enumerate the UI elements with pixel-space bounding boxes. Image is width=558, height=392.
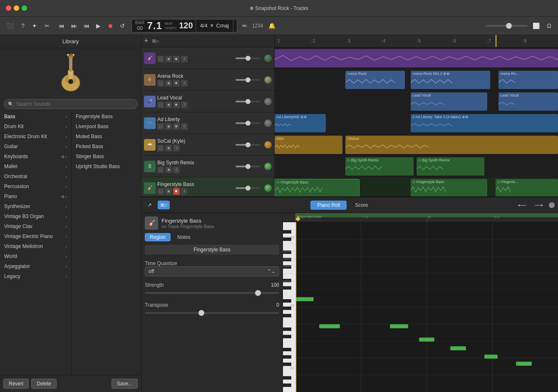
score-view-button[interactable]: ⬜	[530, 21, 542, 31]
region-fingerstyle-2[interactable]: ◇ Fingerstyle Bass	[411, 179, 487, 196]
volume-slider-bigsynth[interactable]	[236, 166, 260, 167]
settings-button[interactable]: ✦	[30, 21, 40, 31]
track-mute-btn[interactable]: 🎧	[157, 102, 164, 108]
piano-roll-zoom-in[interactable]: ⟶	[532, 200, 546, 210]
category-world[interactable]: World ›	[0, 251, 71, 261]
cycle-button[interactable]: ↺	[117, 21, 127, 31]
category-legacy[interactable]: Legacy ›	[0, 271, 71, 281]
track-solo-btn[interactable]: ◉	[165, 80, 172, 87]
track-solo-btn[interactable]: ◉	[165, 123, 172, 130]
region-bigsynth-1[interactable]: ◇ Big Synth Remix	[345, 157, 413, 176]
delete-button[interactable]: Delete	[31, 379, 57, 389]
record-button[interactable]: ⏺	[105, 21, 116, 31]
maximize-button[interactable]	[22, 5, 27, 11]
track-solo-btn[interactable]: ◉	[165, 166, 172, 173]
volume-slider-socal[interactable]	[236, 144, 260, 146]
draw-tool-button[interactable]: ✏	[240, 21, 250, 31]
note-block[interactable]	[419, 337, 435, 342]
add-track-button[interactable]: +	[144, 37, 149, 45]
track-solo-btn[interactable]: ◉	[165, 188, 172, 195]
volume-slider-vocal[interactable]	[236, 101, 260, 102]
time-signature[interactable]: 4/4 ▼ Cmaj	[196, 19, 233, 32]
sound-picked-bass[interactable]: Picked Bass	[72, 141, 141, 151]
pan-knob-1[interactable]	[264, 55, 272, 62]
sound-upright-studio-bass[interactable]: Upright Studio Bass	[72, 161, 141, 171]
region-lead-vocal-2[interactable]: Lead Vocal	[498, 92, 558, 111]
track-arm-btn[interactable]: ⏺	[173, 80, 180, 87]
category-vintage-electric-piano[interactable]: Vintage Electric Piano ›	[0, 231, 71, 241]
track-solo-btn[interactable]: ◉	[165, 145, 172, 151]
strength-slider[interactable]	[145, 290, 279, 296]
track-lock-btn[interactable]: ⇩	[181, 188, 188, 195]
region-lead-vocal-1[interactable]: Lead Vocal	[411, 92, 487, 111]
volume-slider-arena[interactable]	[236, 79, 260, 81]
time-quantize-select[interactable]: off ⌃⌄	[145, 266, 279, 276]
piano-roll-zoom-out[interactable]: ⟵	[516, 200, 529, 210]
piano-roll-tool-button[interactable]: ↗	[145, 200, 154, 210]
pan-knob-fingerstyle[interactable]	[264, 184, 272, 192]
note-block[interactable]	[450, 346, 466, 350]
pan-knob-socal[interactable]	[264, 141, 272, 149]
minimize-button[interactable]	[14, 5, 19, 11]
category-percussion[interactable]: Percussion ›	[0, 181, 71, 191]
region-arena-rock-2[interactable]: Arena Rock #01.2 ⊕⊕	[411, 71, 490, 89]
category-vintage-mellotron[interactable]: Vintage Mellotron ›	[0, 241, 71, 251]
note-block[interactable]	[516, 362, 532, 366]
region-fingerstyle-1[interactable]: ◇ Fingerstyle Bass	[275, 179, 360, 196]
tab-piano-roll[interactable]: Piano Roll	[310, 201, 347, 210]
skip-back-button[interactable]: ⏮	[81, 21, 92, 31]
region-ad-liberty-1[interactable]: Ad Liberty#05 ⊕⊕	[275, 114, 326, 132]
region-chorus[interactable]: Chorus	[345, 136, 558, 154]
pan-knob-bigsynth[interactable]	[264, 163, 272, 170]
category-piano[interactable]: Piano ⊕ ›	[0, 191, 71, 201]
sound-fingerstyle-bass[interactable]: Fingerstyle Bass	[72, 112, 141, 122]
note-block[interactable]	[484, 355, 498, 359]
track-mute-btn[interactable]: 🎧	[157, 123, 164, 130]
track-lock-btn[interactable]: ⇩	[181, 102, 188, 108]
region-intro[interactable]: Intro	[275, 136, 342, 154]
piano-roll-mode-button[interactable]: ≣▷	[158, 201, 170, 209]
category-drum-kit[interactable]: Drum Kit ›	[0, 122, 71, 131]
track-mute-btn[interactable]: 🎧	[157, 145, 164, 151]
scissor-button[interactable]: ✂	[42, 21, 52, 31]
region-bigsynth-2[interactable]: ◇ Big Synth Remix	[417, 157, 484, 176]
track-lock-btn[interactable]: ⇩	[173, 145, 180, 151]
track-solo-btn[interactable]: ◉	[165, 102, 172, 108]
region-ad-liberty-2[interactable]: 3 Ad Liberty: Take 3 (3 takes) ⊕⊕	[411, 114, 558, 132]
category-vintage-b3-organ[interactable]: Vintage B3 Organ ›	[0, 211, 71, 221]
volume-slider-fingerstyle[interactable]	[236, 187, 260, 189]
track-lock-btn[interactable]: ⇩	[181, 80, 188, 87]
save-button[interactable]: Save...	[112, 379, 138, 389]
omega-button[interactable]: Ω	[545, 21, 554, 31]
track-lock-btn[interactable]: ⇩	[181, 56, 188, 62]
revert-button[interactable]: Revert	[3, 379, 29, 389]
category-keyboards[interactable]: Keyboards ⊕ ›	[0, 151, 71, 161]
category-bass[interactable]: Bass ›	[0, 112, 71, 122]
track-arm-btn[interactable]: ⏺	[173, 102, 180, 108]
piano-roll-scroll[interactable]	[549, 202, 555, 208]
volume-slider-1[interactable]	[236, 57, 260, 59]
notification-button[interactable]: 🔔	[266, 21, 278, 31]
category-electronic-drum-kit[interactable]: Electronic Drum Kit ›	[0, 131, 71, 141]
track-lock-btn[interactable]: ⇩	[181, 123, 188, 130]
search-input[interactable]	[16, 101, 133, 107]
category-mallet[interactable]: Mallet ›	[0, 161, 71, 171]
category-guitar[interactable]: Guitar ›	[0, 141, 71, 151]
volume-slider-adlib[interactable]	[236, 122, 260, 124]
help-button[interactable]: ?	[19, 21, 27, 31]
region-purple[interactable]	[275, 49, 558, 67]
category-arpeggiator[interactable]: Arpeggiator ›	[0, 261, 71, 271]
track-mute-btn[interactable]: 🎧	[157, 166, 164, 173]
track-mute-btn[interactable]: 🎧	[157, 56, 164, 62]
tab-score[interactable]: Score	[348, 201, 374, 210]
track-lock-btn[interactable]: ⇩	[173, 166, 180, 173]
track-mute-btn[interactable]: 🎧	[157, 188, 164, 195]
track-arm-btn[interactable]: ⏺	[173, 56, 180, 62]
sound-liverpool-bass[interactable]: Liverpool Bass	[72, 122, 141, 131]
volume-slider[interactable]	[486, 25, 528, 27]
category-vintage-clav[interactable]: Vintage Clav ›	[0, 221, 71, 231]
library-toggle-button[interactable]: ⬛	[4, 21, 16, 31]
transpose-slider[interactable]	[145, 310, 279, 316]
category-orchestral[interactable]: Orchestral ›	[0, 171, 71, 181]
note-block[interactable]	[295, 297, 314, 301]
